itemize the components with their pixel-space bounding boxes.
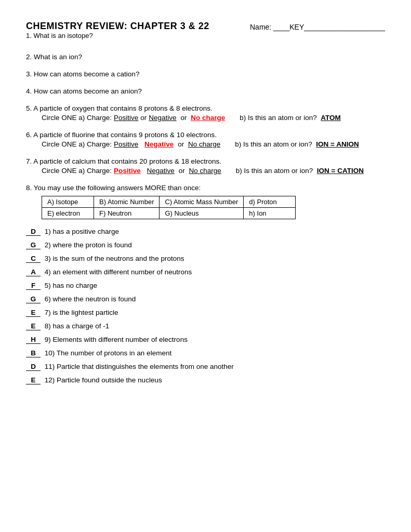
- table-cell: G) Nucleus: [160, 208, 244, 219]
- question-5-block: 5. A particle of oxygen that contains 8 …: [26, 104, 385, 122]
- answer-blank: D: [26, 363, 41, 371]
- list-item: G 2) where the proton is found: [26, 241, 385, 249]
- q7-answer: ION = CATION: [317, 167, 364, 175]
- table-cell: C) Atomic Mass Number: [160, 196, 244, 208]
- question-6-b: b) Is this an atom or ion? ION = ANION: [235, 140, 359, 148]
- table-cell: A) Isotope: [42, 196, 94, 208]
- question-3-block: 3. How can atoms become a cation?: [26, 70, 385, 78]
- question-5-b: b) Is this an atom or ion? ATOM: [240, 114, 341, 122]
- list-item: H 9) Elements with different number of e…: [26, 336, 385, 344]
- list-item: A 4) an element with different number of…: [26, 268, 385, 276]
- question-2-text: 2. What is an ion?: [26, 53, 385, 61]
- answer-blank: D: [26, 228, 41, 236]
- question-7-circle: Circle ONE a) Charge: Positive Negative …: [42, 167, 221, 175]
- answers-table: A) IsotopeB) Atomic NumberC) Atomic Mass…: [42, 196, 296, 219]
- answer-blank: B: [26, 349, 41, 357]
- question-5-circle: Circle ONE a) Charge: Positive or Negati…: [42, 114, 225, 122]
- q7-negative: Negative: [147, 167, 175, 175]
- table-cell: B) Atomic Number: [94, 196, 160, 208]
- list-item: D 11) Particle that distinguishes the el…: [26, 363, 385, 371]
- q5-positive: Positive: [114, 114, 138, 122]
- question-4-text: 4. How can atoms become an anion?: [26, 87, 385, 95]
- list-item: E 8) has a charge of -1: [26, 322, 385, 330]
- question-5-row: Circle ONE a) Charge: Positive or Negati…: [26, 114, 385, 122]
- match-text: 7) is the lightest particle: [43, 309, 118, 316]
- list-item: E 7) is the lightest particle: [26, 309, 385, 317]
- q6-positive: Positive: [114, 140, 138, 148]
- question-8-block: 8. You may use the following answers MOR…: [26, 184, 385, 384]
- answer-blank: C: [26, 255, 41, 263]
- question-3-text: 3. How can atoms become a cation?: [26, 70, 385, 78]
- q6-answer: ION = ANION: [316, 140, 359, 148]
- match-text: 8) has a charge of -1: [43, 322, 109, 330]
- list-item: D 1) has a positive charge: [26, 228, 385, 236]
- match-text: 10) The number of protons in an element: [43, 349, 171, 357]
- question-2-block: 2. What is an ion?: [26, 53, 385, 61]
- q7-nocharge: No charge: [189, 167, 221, 175]
- match-text: 3) is the sum of the neutrons and the pr…: [43, 255, 184, 262]
- answer-blank: G: [26, 241, 41, 249]
- list-item: F 5) has no charge: [26, 282, 385, 290]
- question-6-circle: Circle ONE a) Charge: Positive Negative …: [42, 140, 220, 148]
- page-title: Chemistry Review: Chapter 3 & 22: [26, 21, 209, 32]
- q6-negative: Negative: [144, 140, 174, 148]
- table-cell: d) Proton: [244, 196, 296, 208]
- question-6-block: 6. A particle of fluorine that contains …: [26, 131, 385, 148]
- table-cell: E) electron: [42, 208, 94, 219]
- match-text: 5) has no charge: [43, 282, 97, 289]
- q5-answer: ATOM: [321, 114, 341, 122]
- answer-blank: E: [26, 376, 41, 384]
- answer-blank: A: [26, 268, 41, 276]
- answer-blank: G: [26, 295, 41, 303]
- q7-positive: Positive: [114, 167, 141, 175]
- q6-nocharge: No charge: [188, 140, 220, 148]
- match-text: 12) Particle found outside the nucleus: [43, 376, 162, 384]
- question-6-main: 6. A particle of fluorine that contains …: [26, 131, 385, 139]
- match-text: 11) Particle that distinguishes the elem…: [43, 363, 234, 370]
- question-7-row: Circle ONE a) Charge: Positive Negative …: [26, 167, 385, 175]
- question-4-block: 4. How can atoms become an anion?: [26, 87, 385, 95]
- question-7-b: b) Is this an atom or ion? ION = CATION: [236, 167, 364, 175]
- list-item: C 3) is the sum of the neutrons and the …: [26, 255, 385, 263]
- answer-blank: E: [26, 309, 41, 317]
- question-1: 1. What is an isotope?: [26, 32, 209, 39]
- answer-blank: F: [26, 282, 41, 290]
- list-item: B 10) The number of protons in an elemen…: [26, 349, 385, 357]
- table-cell: h) Ion: [244, 208, 296, 219]
- question-8-header: 8. You may use the following answers MOR…: [26, 184, 385, 192]
- page-header: Chemistry Review: Chapter 3 & 22 1. What…: [26, 21, 385, 51]
- q5-nocharge: No charge: [191, 114, 225, 122]
- q5-negative: Negative: [149, 114, 176, 122]
- name-field: Name: ____KEY____________________: [250, 23, 385, 31]
- answer-blank: H: [26, 336, 41, 344]
- list-item: G 6) where the neutron is found: [26, 295, 385, 303]
- answer-blank: E: [26, 322, 41, 330]
- match-text: 1) has a positive charge: [43, 228, 119, 235]
- question-7-main: 7. A particle of calcium that contains 2…: [26, 157, 385, 165]
- match-text: 4) an element with different number of n…: [43, 268, 192, 276]
- question-7-block: 7. A particle of calcium that contains 2…: [26, 157, 385, 175]
- question-5-main: 5. A particle of oxygen that contains 8 …: [26, 104, 385, 112]
- question-6-row: Circle ONE a) Charge: Positive Negative …: [26, 140, 385, 148]
- list-item: E 12) Particle found outside the nucleus: [26, 376, 385, 384]
- match-text: 6) where the neutron is found: [43, 295, 136, 303]
- match-text: 2) where the proton is found: [43, 241, 132, 249]
- table-cell: F) Neutron: [94, 208, 160, 219]
- match-text: 9) Elements with different number of ele…: [43, 336, 188, 343]
